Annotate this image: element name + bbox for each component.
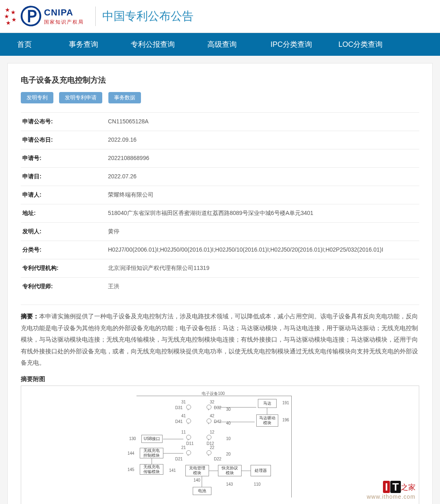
transistor-icon	[206, 405, 211, 410]
block-wl-ctrl: 无线充电控制模块	[140, 448, 163, 458]
abstract-text: 本申请实施例提供了一种电子设备及充电控制方法，涉及电路技术领域，可以降低成本，减…	[21, 313, 418, 366]
main-nav: 首页 事务查询 专利公报查询 高级查询 IPC分类查询 LOC分类查询	[0, 33, 440, 56]
patent-title: 电子设备及充电控制方法	[21, 75, 419, 85]
num-32: 32	[210, 400, 214, 404]
org-name-cn: 国家知识产权局	[44, 19, 84, 26]
pin-d41: D41	[175, 419, 183, 424]
nav-ipc[interactable]: IPC分类查询	[257, 33, 326, 56]
pin-d31: D31	[175, 405, 183, 410]
abstract: 摘要：本申请实施例提供了一种电子设备及充电控制方法，涉及电路技术领域，可以降低成…	[21, 311, 419, 369]
num-12: 12	[210, 430, 214, 434]
num-20: 20	[226, 452, 231, 456]
field-label: 发明人:	[21, 223, 106, 241]
field-label: 申请日:	[21, 168, 106, 186]
tag-application[interactable]: 发明专利申请	[59, 92, 102, 103]
transistor-icon	[185, 405, 191, 410]
info-table: 申请公布号:CN115065128A 申请公布日:2022.09.16 申请号:…	[21, 112, 419, 296]
patent-panel: 电子设备及充电控制方法 发明专利 发明专利申请 事务数据 申请公布号:CN115…	[7, 63, 433, 504]
table-row: 申请公布日:2022.09.16	[21, 131, 419, 149]
field-value: 2022108868996	[106, 149, 419, 168]
site-header: ★★ ★★ ★ Ⓟ CNIPA 国家知识产权局 中国专利公布公告	[0, 0, 440, 33]
nav-gazette[interactable]: 专利公报查询	[118, 33, 187, 56]
num-141: 141	[169, 468, 176, 473]
table-row: 分类号:H02J7/00(2006.01)I;H02J50/00(2016.01…	[21, 241, 419, 259]
table-row: 发明人:黄停	[21, 223, 419, 241]
block-batt: 电池	[193, 487, 211, 495]
num-30: 30	[226, 407, 231, 412]
nav-advanced[interactable]: 高级查询	[187, 33, 257, 56]
pin-d22: D22	[214, 457, 221, 461]
nav-home[interactable]: 首页	[0, 33, 49, 56]
field-value: 王洪	[106, 278, 419, 296]
figure-container: 电子设备100 马达 191 马达驱动模块 196 31 32 D31 D32 …	[21, 386, 419, 504]
table-row: 专利代理师:王洪	[21, 278, 419, 296]
block-usb: USB接口	[141, 435, 163, 443]
transistor-icon	[206, 419, 211, 423]
block-wl-tx: 无线充电传输模块	[140, 464, 163, 475]
field-value: 北京润泽恒知识产权代理有限公司11319	[106, 259, 419, 278]
pin-d21: D21	[175, 457, 183, 461]
num-42: 42	[210, 414, 214, 418]
watermark-logo-icon: IT	[383, 481, 401, 493]
field-value: 2022.09.16	[106, 131, 419, 149]
block-cpu: 处理器	[251, 465, 271, 476]
block-qc-proto: 快充协议模块	[218, 465, 242, 476]
num-110: 110	[254, 482, 261, 486]
abstract-label: 摘要：	[21, 313, 39, 320]
block-chg-mgmt: 充电管理模块	[185, 465, 209, 476]
num-130: 130	[129, 436, 136, 441]
watermark-url: www.ithome.com	[367, 493, 416, 500]
num-191: 191	[282, 401, 289, 405]
num-21: 21	[181, 445, 186, 450]
transistor-icon	[206, 435, 211, 440]
num-144: 144	[128, 451, 134, 456]
header-divider	[95, 7, 96, 26]
table-row: 申请日:2022.07.26	[21, 168, 419, 186]
watermark: IT之家 www.ithome.com	[367, 481, 416, 500]
logo-stars-icon: ★★ ★★ ★	[3, 4, 18, 28]
tag-affairs[interactable]: 事务数据	[108, 92, 141, 103]
field-value: CN115065128A	[106, 113, 419, 131]
num-196: 196	[282, 418, 289, 422]
field-label: 专利代理机构:	[21, 259, 106, 278]
site-title: 中国专利公布公告	[102, 9, 194, 24]
num-145: 145	[128, 467, 134, 472]
num-41: 41	[181, 414, 186, 418]
num-143: 143	[226, 482, 233, 486]
block-motor: 马达	[258, 399, 277, 408]
nav-loc[interactable]: LOC分类查询	[326, 33, 395, 56]
transistor-icon	[185, 435, 191, 440]
circuit-diagram: 电子设备100 马达 191 马达驱动模块 196 31 32 D31 D32 …	[104, 391, 336, 501]
logo-text: CNIPA 国家知识产权局	[44, 7, 84, 26]
num-31: 31	[181, 400, 186, 404]
table-row: 申请公布号:CN115065128A	[21, 113, 419, 131]
table-row: 地址:518040广东省深圳市福田区香蜜湖街道红荔西路8089号深业中城6号楼A…	[21, 204, 419, 223]
pin-d32: D32	[214, 405, 221, 410]
watermark-cn: 之家	[401, 482, 416, 492]
org-name-en: CNIPA	[44, 7, 84, 18]
field-label: 申请号:	[21, 149, 106, 168]
field-label: 申请人:	[21, 186, 106, 204]
num-11: 11	[181, 430, 186, 434]
nav-affairs[interactable]: 事务查询	[49, 33, 118, 56]
field-value: 荣耀终端有限公司	[106, 186, 419, 204]
transistor-icon	[185, 450, 191, 455]
tag-row: 发明专利 发明专利申请 事务数据	[21, 92, 419, 103]
transistor-icon	[206, 450, 211, 455]
figure-section-title: 摘要附图	[21, 375, 419, 383]
field-value: 518040广东省深圳市福田区香蜜湖街道红荔西路8089号深业中城6号楼A单元3…	[106, 204, 419, 223]
table-row: 专利代理机构:北京润泽恒知识产权代理有限公司11319	[21, 259, 419, 278]
num-10: 10	[226, 436, 231, 441]
table-row: 申请人:荣耀终端有限公司	[21, 186, 419, 204]
block-motor-drive: 马达驱动模块	[256, 414, 278, 427]
num-140: 140	[194, 478, 200, 482]
num-22: 22	[210, 445, 214, 450]
pin-d11: D11	[186, 441, 194, 446]
field-label: 申请公布号:	[21, 113, 106, 131]
tag-invention[interactable]: 发明专利	[21, 92, 53, 103]
field-value: H02J7/00(2006.01)I;H02J50/00(2016.01)I;H…	[106, 241, 419, 259]
field-value: 黄停	[106, 223, 419, 241]
field-label: 申请公布日:	[21, 131, 106, 149]
transistor-icon	[185, 419, 191, 423]
field-label: 专利代理师:	[21, 278, 106, 296]
